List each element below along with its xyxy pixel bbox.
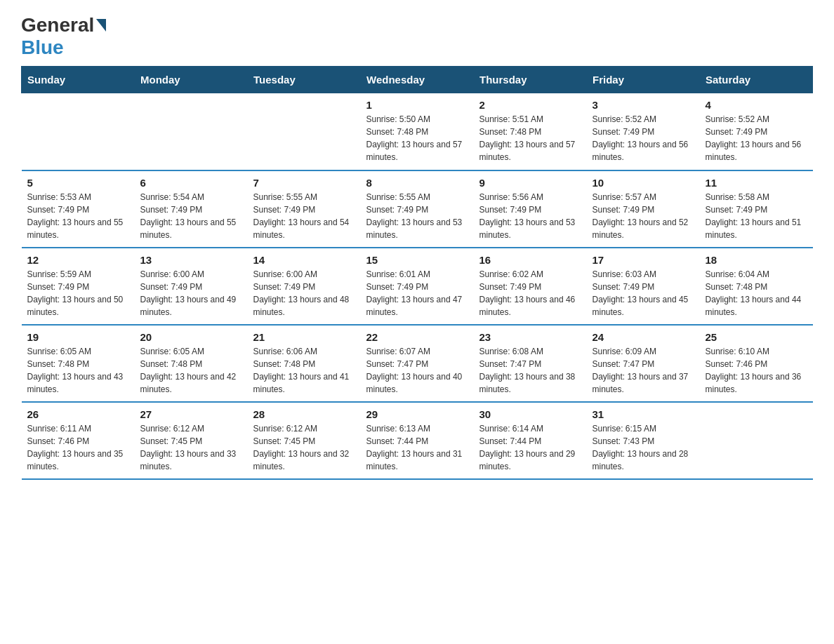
calendar-cell: 9Sunrise: 5:56 AM Sunset: 7:49 PM Daylig… (474, 170, 587, 248)
calendar-cell (22, 93, 135, 170)
day-info: Sunrise: 6:00 AM Sunset: 7:49 PM Dayligh… (253, 268, 355, 318)
week-row-5: 26Sunrise: 6:11 AM Sunset: 7:46 PM Dayli… (22, 402, 813, 479)
calendar-cell: 6Sunrise: 5:54 AM Sunset: 7:49 PM Daylig… (135, 170, 248, 248)
calendar-cell (248, 93, 361, 170)
day-number: 1 (366, 99, 468, 111)
day-number: 28 (253, 408, 355, 420)
week-row-1: 1Sunrise: 5:50 AM Sunset: 7:48 PM Daylig… (22, 93, 813, 170)
day-number: 23 (479, 331, 581, 343)
day-number: 24 (593, 331, 694, 343)
day-number: 18 (706, 254, 807, 266)
calendar-cell: 13Sunrise: 6:00 AM Sunset: 7:49 PM Dayli… (135, 248, 248, 325)
day-info: Sunrise: 6:00 AM Sunset: 7:49 PM Dayligh… (140, 268, 242, 318)
day-number: 6 (140, 177, 242, 189)
day-number: 14 (253, 254, 355, 266)
day-info: Sunrise: 6:09 AM Sunset: 7:47 PM Dayligh… (593, 345, 694, 396)
day-info: Sunrise: 5:52 AM Sunset: 7:49 PM Dayligh… (593, 113, 694, 163)
day-info: Sunrise: 6:13 AM Sunset: 7:44 PM Dayligh… (366, 422, 468, 473)
day-number: 26 (27, 408, 129, 420)
week-row-2: 5Sunrise: 5:53 AM Sunset: 7:49 PM Daylig… (22, 170, 813, 248)
day-number: 22 (366, 331, 468, 343)
day-info: Sunrise: 5:54 AM Sunset: 7:49 PM Dayligh… (140, 191, 242, 241)
day-number: 7 (253, 177, 355, 189)
calendar-cell (700, 402, 813, 479)
calendar-cell: 25Sunrise: 6:10 AM Sunset: 7:46 PM Dayli… (700, 325, 813, 402)
day-info: Sunrise: 6:02 AM Sunset: 7:49 PM Dayligh… (479, 268, 581, 318)
day-info: Sunrise: 6:04 AM Sunset: 7:48 PM Dayligh… (706, 268, 807, 318)
calendar-cell: 29Sunrise: 6:13 AM Sunset: 7:44 PM Dayli… (361, 402, 474, 479)
day-number: 13 (140, 254, 242, 266)
logo-triangle-icon (96, 19, 106, 32)
day-info: Sunrise: 6:14 AM Sunset: 7:44 PM Dayligh… (479, 422, 581, 473)
day-number: 3 (593, 99, 694, 111)
day-number: 21 (253, 331, 355, 343)
calendar-cell: 17Sunrise: 6:03 AM Sunset: 7:49 PM Dayli… (587, 248, 700, 325)
day-number: 20 (140, 331, 242, 343)
day-info: Sunrise: 6:05 AM Sunset: 7:48 PM Dayligh… (140, 345, 242, 396)
calendar-cell: 20Sunrise: 6:05 AM Sunset: 7:48 PM Dayli… (135, 325, 248, 402)
logo-general-text: General (21, 14, 94, 36)
weekday-header-wednesday: Wednesday (361, 67, 474, 93)
day-number: 31 (593, 408, 694, 420)
day-number: 10 (593, 177, 694, 189)
calendar-cell: 21Sunrise: 6:06 AM Sunset: 7:48 PM Dayli… (248, 325, 361, 402)
calendar-cell: 4Sunrise: 5:52 AM Sunset: 7:49 PM Daylig… (700, 93, 813, 170)
week-row-3: 12Sunrise: 5:59 AM Sunset: 7:49 PM Dayli… (22, 248, 813, 325)
calendar-cell: 26Sunrise: 6:11 AM Sunset: 7:46 PM Dayli… (22, 402, 135, 479)
weekday-header-tuesday: Tuesday (248, 67, 361, 93)
calendar-cell: 30Sunrise: 6:14 AM Sunset: 7:44 PM Dayli… (474, 402, 587, 479)
day-info: Sunrise: 6:07 AM Sunset: 7:47 PM Dayligh… (366, 345, 468, 396)
calendar-cell: 19Sunrise: 6:05 AM Sunset: 7:48 PM Dayli… (22, 325, 135, 402)
day-info: Sunrise: 5:51 AM Sunset: 7:48 PM Dayligh… (479, 113, 581, 163)
day-number: 29 (366, 408, 468, 420)
calendar-cell: 2Sunrise: 5:51 AM Sunset: 7:48 PM Daylig… (474, 93, 587, 170)
day-info: Sunrise: 5:59 AM Sunset: 7:49 PM Dayligh… (27, 268, 129, 318)
day-info: Sunrise: 5:52 AM Sunset: 7:49 PM Dayligh… (706, 113, 807, 163)
day-number: 27 (140, 408, 242, 420)
calendar-header: SundayMondayTuesdayWednesdayThursdayFrid… (22, 67, 813, 93)
day-info: Sunrise: 6:12 AM Sunset: 7:45 PM Dayligh… (140, 422, 242, 473)
day-info: Sunrise: 5:55 AM Sunset: 7:49 PM Dayligh… (253, 191, 355, 241)
day-number: 2 (479, 99, 581, 111)
day-number: 5 (27, 177, 129, 189)
day-info: Sunrise: 6:11 AM Sunset: 7:46 PM Dayligh… (27, 422, 129, 473)
day-number: 30 (479, 408, 581, 420)
calendar-cell: 7Sunrise: 5:55 AM Sunset: 7:49 PM Daylig… (248, 170, 361, 248)
day-info: Sunrise: 6:03 AM Sunset: 7:49 PM Dayligh… (593, 268, 694, 318)
day-number: 11 (706, 177, 807, 189)
calendar-cell: 15Sunrise: 6:01 AM Sunset: 7:49 PM Dayli… (361, 248, 474, 325)
day-number: 16 (479, 254, 581, 266)
day-number: 12 (27, 254, 129, 266)
calendar-cell: 12Sunrise: 5:59 AM Sunset: 7:49 PM Dayli… (22, 248, 135, 325)
weekday-header-thursday: Thursday (474, 67, 587, 93)
day-number: 19 (27, 331, 129, 343)
calendar-cell: 22Sunrise: 6:07 AM Sunset: 7:47 PM Dayli… (361, 325, 474, 402)
calendar-cell: 10Sunrise: 5:57 AM Sunset: 7:49 PM Dayli… (587, 170, 700, 248)
day-info: Sunrise: 6:08 AM Sunset: 7:47 PM Dayligh… (479, 345, 581, 396)
logo-blue-text: Blue (21, 36, 64, 58)
calendar-body: 1Sunrise: 5:50 AM Sunset: 7:48 PM Daylig… (22, 93, 813, 479)
calendar-table: SundayMondayTuesdayWednesdayThursdayFrid… (21, 66, 813, 480)
day-info: Sunrise: 6:06 AM Sunset: 7:48 PM Dayligh… (253, 345, 355, 396)
day-number: 15 (366, 254, 468, 266)
logo: General Blue (21, 14, 107, 59)
calendar-cell: 3Sunrise: 5:52 AM Sunset: 7:49 PM Daylig… (587, 93, 700, 170)
calendar-cell: 27Sunrise: 6:12 AM Sunset: 7:45 PM Dayli… (135, 402, 248, 479)
calendar-cell (135, 93, 248, 170)
calendar-cell: 31Sunrise: 6:15 AM Sunset: 7:43 PM Dayli… (587, 402, 700, 479)
day-number: 9 (479, 177, 581, 189)
calendar-cell: 1Sunrise: 5:50 AM Sunset: 7:48 PM Daylig… (361, 93, 474, 170)
day-number: 17 (593, 254, 694, 266)
weekday-header-saturday: Saturday (700, 67, 813, 93)
calendar-cell: 18Sunrise: 6:04 AM Sunset: 7:48 PM Dayli… (700, 248, 813, 325)
calendar-cell: 8Sunrise: 5:55 AM Sunset: 7:49 PM Daylig… (361, 170, 474, 248)
calendar-cell: 14Sunrise: 6:00 AM Sunset: 7:49 PM Dayli… (248, 248, 361, 325)
day-info: Sunrise: 5:58 AM Sunset: 7:49 PM Dayligh… (706, 191, 807, 241)
calendar-cell: 24Sunrise: 6:09 AM Sunset: 7:47 PM Dayli… (587, 325, 700, 402)
weekday-header-row: SundayMondayTuesdayWednesdayThursdayFrid… (22, 67, 813, 93)
day-info: Sunrise: 5:50 AM Sunset: 7:48 PM Dayligh… (366, 113, 468, 163)
day-info: Sunrise: 5:53 AM Sunset: 7:49 PM Dayligh… (27, 191, 129, 241)
day-info: Sunrise: 6:01 AM Sunset: 7:49 PM Dayligh… (366, 268, 468, 318)
day-info: Sunrise: 6:05 AM Sunset: 7:48 PM Dayligh… (27, 345, 129, 396)
weekday-header-monday: Monday (135, 67, 248, 93)
